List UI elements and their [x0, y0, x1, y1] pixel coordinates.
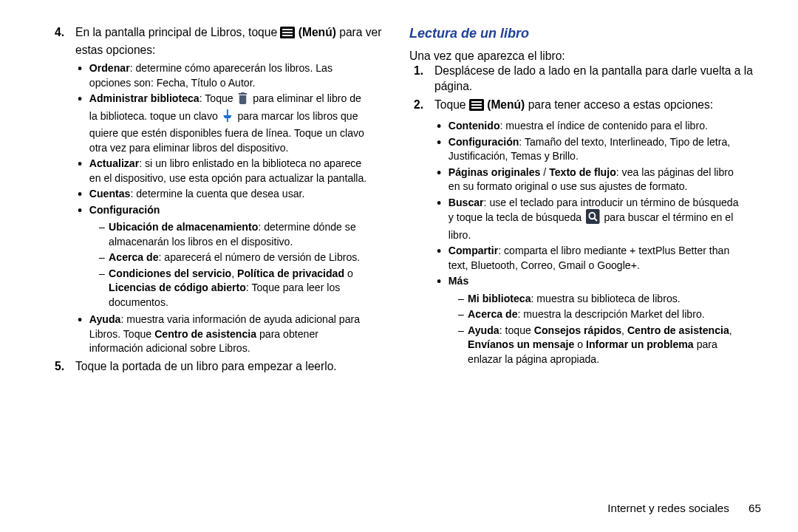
r-step-2: 2. Toque (Menú) para tener acceso a esta… — [414, 98, 761, 366]
bullet-cuentas: Cuentas: determine la cuenta que desea u… — [89, 186, 370, 201]
bullet-contenido: Contenido: muestra el índice de contenid… — [449, 118, 742, 133]
step4-lead-a: En la pantalla principal de Libros, toqu… — [75, 26, 277, 38]
dash-condiciones: Condiciones del servicio, Política de pr… — [99, 266, 370, 310]
bullet-configuracion-r: Configuración: Tamaño del texto, Interli… — [449, 134, 742, 163]
step-5: 5. Toque la portada de un libro para emp… — [55, 359, 389, 375]
svg-rect-4 — [227, 109, 228, 115]
svg-rect-5 — [227, 118, 228, 122]
footer-section: Internet y redes sociales — [607, 502, 729, 514]
svg-rect-10 — [586, 209, 600, 224]
bullet-compartir: Compartir: comparta el libro mediante + … — [449, 243, 742, 272]
left-column: 4. En la pantalla principal de Libros, t… — [37, 25, 389, 378]
footer-page-number: 65 — [748, 502, 761, 514]
section-heading: Lectura de un libro — [409, 25, 761, 43]
bullet-paginas: Páginas originales / Texto de flujo: vea… — [449, 165, 742, 194]
step5-text: Toque la portada de un libro para empeza… — [75, 360, 337, 372]
bullet-buscar: Buscar: use el teclado para introducir u… — [449, 195, 742, 242]
svg-rect-7 — [471, 101, 482, 103]
bullet-configuracion: Configuración Ubicación de almacenamient… — [89, 202, 370, 310]
bullet-ordenar: Ordenar: determine cómo aparecerán los l… — [89, 61, 370, 89]
dash-ayuda-r: Ayuda: toque Consejos rápidos, Centro de… — [458, 323, 742, 366]
menu-label: (Menú) — [487, 98, 525, 111]
bullet-ayuda: Ayuda: muestra varia información de ayud… — [89, 312, 370, 355]
page-footer: Internet y redes sociales 65 — [607, 502, 761, 514]
r-step-1: 1. Desplácese de lado a lado en la panta… — [414, 64, 761, 94]
menu-label: (Menú) — [299, 26, 336, 38]
bullet-mas: Más Mi biblioteca: muestra su biblioteca… — [449, 273, 742, 366]
right-column: Lectura de un libro Una vez que aparezca… — [409, 25, 761, 378]
search-icon — [586, 209, 600, 228]
menu-icon — [469, 99, 484, 115]
dash-mi-biblioteca: Mi biblioteca: muestra su biblioteca de … — [458, 291, 742, 306]
pin-icon — [222, 109, 233, 126]
svg-rect-8 — [471, 104, 482, 106]
menu-icon — [280, 27, 295, 43]
step-4: 4. En la pantalla principal de Libros, t… — [55, 25, 389, 355]
svg-rect-2 — [282, 32, 293, 33]
svg-rect-3 — [282, 35, 293, 36]
dash-ubicacion: Ubicación de almacenamiento: determine d… — [99, 219, 370, 248]
svg-rect-9 — [471, 107, 482, 109]
bullet-actualizar: Actualizar: si un libro enlistado en la … — [89, 156, 370, 185]
intro-line: Una vez que aparezca el libro: — [409, 49, 761, 64]
svg-rect-1 — [282, 29, 293, 30]
bullet-admin-biblioteca: Administrar biblioteca: Toque para elimi… — [89, 91, 370, 154]
trash-icon — [237, 92, 248, 109]
dash-acerca-de-r: Acerca de: muestra la descripción Market… — [458, 307, 742, 321]
dash-acerca-de: Acerca de: aparecerá el número de versió… — [99, 250, 370, 265]
